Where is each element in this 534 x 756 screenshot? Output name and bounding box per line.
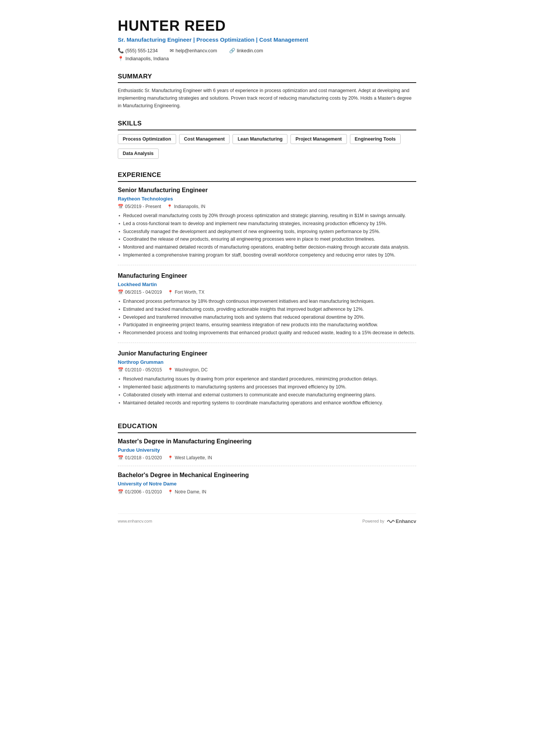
contact-row: 📞 (555) 555-1234 ✉ help@enhancv.com 🔗 li…	[118, 47, 416, 55]
summary-section: SUMMARY Enthusiastic Sr. Manufacturing E…	[118, 72, 416, 110]
email-item: ✉ help@enhancv.com	[170, 47, 217, 55]
job-title: Junior Manufacturing Engineer	[118, 349, 416, 358]
bullet-item: Implemented a comprehensive training pro…	[118, 252, 416, 259]
candidate-name: HUNTER REED	[118, 18, 416, 34]
footer: www.enhancv.com Powered by Enhancv	[118, 513, 416, 525]
bullet-item: Monitored and maintained detailed record…	[118, 244, 416, 251]
bullet-item: Resolved manufacturing issues by drawing…	[118, 376, 416, 383]
bullet-item: Participated in engineering project team…	[118, 321, 416, 329]
bullet-item: Collaborated closely with internal and e…	[118, 391, 416, 399]
location-row: 📍 Indianapolis, Indiana	[118, 55, 416, 63]
experience-title: EXPERIENCE	[118, 170, 416, 182]
bullet-item: Successfully managed the development and…	[118, 228, 416, 235]
phone-number: (555) 555-1234	[125, 47, 158, 55]
location-pin-icon: 📍	[168, 489, 173, 495]
bullet-list: Enhanced process performance by 18% thro…	[118, 298, 416, 337]
phone-icon: 📞	[118, 47, 124, 55]
location-text: Indianapolis, Indiana	[125, 55, 169, 63]
bullet-item: Recommended process and tooling improvem…	[118, 329, 416, 337]
location-pin-icon: 📍	[168, 455, 173, 461]
experience-section: EXPERIENCE Senior Manufacturing Engineer…	[118, 170, 416, 412]
calendar-icon: 📅	[118, 488, 123, 495]
calendar-icon: 📅	[118, 366, 123, 373]
skill-tag: Engineering Tools	[350, 134, 401, 144]
bullet-item: Estimated and tracked manufacturing cost…	[118, 306, 416, 313]
degree-title: Master's Degree in Manufacturing Enginee…	[118, 437, 416, 446]
summary-title: SUMMARY	[118, 72, 416, 83]
company-name: Lockheed Martin	[118, 281, 416, 288]
skill-tag: Process Optimization	[118, 134, 176, 144]
enhancv-logo: Enhancv	[387, 518, 416, 525]
edu-dates: 📅 01/2006 - 01/2010	[118, 488, 162, 495]
bullet-list: Resolved manufacturing issues by drawing…	[118, 376, 416, 406]
skill-tag: Data Analysis	[118, 149, 159, 159]
job-entry: Senior Manufacturing Engineer Raytheon T…	[118, 186, 416, 265]
edu-location: 📍 Notre Dame, IN	[168, 488, 206, 495]
school-name: University of Notre Dame	[118, 480, 416, 488]
job-dates: 📅 01/2010 - 05/2015	[118, 366, 162, 373]
brand-name: Enhancv	[396, 518, 416, 525]
bullet-item: Reduced overall manufacturing costs by 2…	[118, 212, 416, 219]
email-address: help@enhancv.com	[175, 47, 217, 55]
skills-grid: Process OptimizationCost ManagementLean …	[118, 134, 416, 161]
edu-entry: Bachelor's Degree in Mechanical Engineer…	[118, 471, 416, 495]
job-entry: Junior Manufacturing Engineer Northrop G…	[118, 349, 416, 413]
calendar-icon: 📅	[118, 289, 123, 296]
resume-page: HUNTER REED Sr. Manufacturing Engineer |…	[97, 0, 437, 548]
education-title: EDUCATION	[118, 421, 416, 433]
powered-by-label: Powered by	[362, 518, 384, 524]
location-icon: 📍	[118, 55, 124, 63]
job-location: 📍 Washington, DC	[168, 366, 208, 373]
bullet-list: Reduced overall manufacturing costs by 2…	[118, 212, 416, 259]
company-name: Northrop Grumman	[118, 358, 416, 366]
link-icon: 🔗	[229, 47, 235, 55]
job-meta: 📅 01/2010 - 05/2015 📍 Washington, DC	[118, 366, 416, 373]
job-location: 📍 Indianapolis, IN	[167, 203, 205, 210]
skill-tag: Project Management	[290, 134, 347, 144]
email-icon: ✉	[170, 47, 174, 55]
skills-title: SKILLS	[118, 119, 416, 130]
calendar-icon: 📅	[118, 203, 123, 210]
school-name: Purdue University	[118, 446, 416, 454]
bullet-item: Led a cross-functional team to develop a…	[118, 220, 416, 227]
jobs-container: Senior Manufacturing Engineer Raytheon T…	[118, 186, 416, 413]
skills-section: SKILLS Process OptimizationCost Manageme…	[118, 119, 416, 161]
job-entry: Manufacturing Engineer Lockheed Martin 📅…	[118, 271, 416, 343]
location-pin-icon: 📍	[168, 367, 173, 373]
bullet-item: Implemented basic adjustments to manufac…	[118, 383, 416, 391]
edu-entry: Master's Degree in Manufacturing Enginee…	[118, 437, 416, 466]
enhancv-logo-icon	[387, 519, 395, 524]
location-pin-icon: 📍	[168, 289, 173, 296]
header: HUNTER REED Sr. Manufacturing Engineer |…	[118, 18, 416, 63]
bullet-item: Enhanced process performance by 18% thro…	[118, 298, 416, 305]
phone-item: 📞 (555) 555-1234	[118, 47, 158, 55]
location-pin-icon: 📍	[167, 203, 172, 210]
edu-location: 📍 West Lafayette, IN	[168, 454, 212, 461]
edu-dates: 📅 01/2018 - 01/2020	[118, 454, 162, 461]
job-location: 📍 Fort Worth, TX	[168, 289, 204, 296]
bullet-item: Maintained detailed records and reportin…	[118, 399, 416, 407]
footer-brand: Powered by Enhancv	[362, 518, 416, 525]
linkedin-item: 🔗 linkedin.com	[229, 47, 263, 55]
edu-meta: 📅 01/2006 - 01/2010 📍 Notre Dame, IN	[118, 488, 416, 495]
edu-meta: 📅 01/2018 - 01/2020 📍 West Lafayette, IN	[118, 454, 416, 461]
skill-tag: Cost Management	[179, 134, 230, 144]
job-dates: 📅 05/2019 - Present	[118, 203, 161, 210]
bullet-item: Developed and transferred innovative man…	[118, 314, 416, 321]
edu-container: Master's Degree in Manufacturing Enginee…	[118, 437, 416, 495]
candidate-title: Sr. Manufacturing Engineer | Process Opt…	[118, 36, 416, 44]
job-dates: 📅 06/2015 - 04/2019	[118, 289, 162, 296]
calendar-icon: 📅	[118, 454, 123, 461]
degree-title: Bachelor's Degree in Mechanical Engineer…	[118, 471, 416, 480]
job-title: Manufacturing Engineer	[118, 271, 416, 280]
job-meta: 📅 06/2015 - 04/2019 📍 Fort Worth, TX	[118, 289, 416, 296]
summary-text: Enthusiastic Sr. Manufacturing Engineer …	[118, 87, 416, 110]
linkedin-url: linkedin.com	[237, 47, 263, 55]
job-meta: 📅 05/2019 - Present 📍 Indianapolis, IN	[118, 203, 416, 210]
company-name: Raytheon Technologies	[118, 195, 416, 203]
job-title: Senior Manufacturing Engineer	[118, 186, 416, 195]
skill-tag: Lean Manufacturing	[233, 134, 287, 144]
education-section: EDUCATION Master's Degree in Manufacturi…	[118, 421, 416, 495]
bullet-item: Coordinated the release of new products,…	[118, 236, 416, 243]
footer-website: www.enhancv.com	[118, 518, 152, 524]
